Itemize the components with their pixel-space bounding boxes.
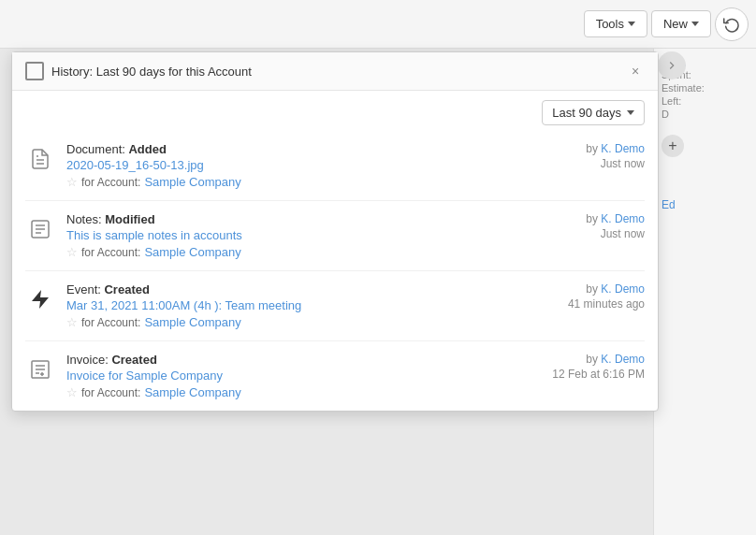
tools-label: Tools bbox=[596, 17, 624, 31]
notes-star-icon[interactable]: ☆ bbox=[66, 245, 78, 259]
document-link[interactable]: 2020-05-19_16-50-13.jpg bbox=[66, 158, 571, 172]
notes-time: Just now bbox=[586, 227, 645, 240]
filter-selected-value: Last 90 days bbox=[552, 106, 621, 120]
event-link[interactable]: Mar 31, 2021 11:00AM (4h ): Team meeting bbox=[66, 298, 553, 312]
notes-by-link[interactable]: K. Demo bbox=[601, 212, 645, 225]
modal-title-box-icon bbox=[25, 62, 44, 80]
event-title: Event: Created bbox=[66, 282, 553, 296]
event-account-link[interactable]: Sample Company bbox=[144, 315, 240, 329]
history-item-document: Document: Added 2020-05-19_16-50-13.jpg … bbox=[25, 131, 645, 201]
invoice-icon bbox=[25, 354, 55, 384]
document-star-icon[interactable]: ☆ bbox=[66, 175, 78, 189]
event-content: Event: Created Mar 31, 2021 11:00AM (4h … bbox=[66, 282, 553, 329]
item-left-invoice: Invoice: Created Invoice for Sample Comp… bbox=[25, 353, 537, 399]
invoice-by-link[interactable]: K. Demo bbox=[601, 353, 645, 366]
invoice-content: Invoice: Created Invoice for Sample Comp… bbox=[66, 353, 537, 399]
modal-title-text: History: Last 90 days for this Account bbox=[51, 65, 252, 79]
left-label: Left: bbox=[662, 95, 749, 107]
item-left-event: Event: Created Mar 31, 2021 11:00AM (4h … bbox=[25, 282, 553, 329]
new-button[interactable]: New bbox=[651, 10, 711, 37]
invoice-account-link[interactable]: Sample Company bbox=[144, 385, 240, 399]
filter-chevron-icon bbox=[627, 110, 634, 115]
notes-account: ☆ for Account: Sample Company bbox=[66, 245, 571, 259]
filter-row: Last 90 days bbox=[12, 91, 658, 131]
time-filter-dropdown[interactable]: Last 90 days bbox=[542, 100, 645, 125]
notes-title: Notes: Modified bbox=[66, 212, 571, 226]
history-item-invoice: Invoice: Created Invoice for Sample Comp… bbox=[25, 341, 645, 411]
notes-icon bbox=[25, 214, 55, 244]
notes-by: by K. Demo bbox=[586, 212, 645, 225]
document-content: Document: Added 2020-05-19_16-50-13.jpg … bbox=[66, 142, 571, 189]
document-by: by K. Demo bbox=[586, 142, 645, 155]
right-panel-edit-link[interactable]: Ed bbox=[662, 198, 749, 211]
document-account-link[interactable]: Sample Company bbox=[144, 175, 240, 189]
new-chevron-icon bbox=[691, 22, 699, 26]
event-star-icon[interactable]: ☆ bbox=[66, 315, 78, 329]
tools-button[interactable]: Tools bbox=[584, 10, 647, 37]
document-by-link[interactable]: K. Demo bbox=[601, 142, 645, 155]
invoice-time: 12 Feb at 6:16 PM bbox=[552, 368, 645, 381]
event-by: by K. Demo bbox=[568, 282, 645, 296]
event-action: Created bbox=[104, 282, 149, 296]
right-panel: A Spent: Estimate: Left: D + Ed bbox=[653, 49, 756, 535]
history-item-event: Event: Created Mar 31, 2021 11:00AM (4h … bbox=[25, 271, 645, 341]
modal-close-button[interactable]: × bbox=[626, 62, 645, 80]
modal-header: History: Last 90 days for this Account × bbox=[12, 52, 658, 91]
history-item-notes: Notes: Modified This is sample notes in … bbox=[25, 201, 645, 271]
invoice-account: ☆ for Account: Sample Company bbox=[66, 385, 537, 399]
document-account-label: for Account: bbox=[81, 176, 140, 189]
notes-content: Notes: Modified This is sample notes in … bbox=[66, 212, 571, 259]
invoice-by: by K. Demo bbox=[552, 353, 645, 366]
right-panel-add-button[interactable]: + bbox=[662, 135, 684, 157]
forward-arrow-icon bbox=[665, 59, 678, 72]
document-account: ☆ for Account: Sample Company bbox=[66, 175, 571, 189]
modal-title-container: History: Last 90 days for this Account bbox=[25, 62, 252, 80]
event-account-label: for Account: bbox=[81, 316, 140, 329]
document-title: Document: Added bbox=[66, 142, 571, 156]
notes-action: Modified bbox=[105, 212, 154, 226]
event-icon bbox=[25, 284, 55, 314]
close-icon: × bbox=[632, 64, 639, 79]
event-by-link[interactable]: K. Demo bbox=[601, 282, 645, 296]
event-meta: by K. Demo 41 minutes ago bbox=[568, 282, 645, 311]
notes-account-label: for Account: bbox=[81, 246, 140, 259]
notes-account-link[interactable]: Sample Company bbox=[144, 245, 240, 259]
notes-meta: by K. Demo Just now bbox=[586, 212, 645, 240]
invoice-account-label: for Account: bbox=[81, 386, 140, 399]
item-left-notes: Notes: Modified This is sample notes in … bbox=[25, 212, 571, 259]
d-label: D bbox=[662, 108, 749, 120]
item-left-document: Document: Added 2020-05-19_16-50-13.jpg … bbox=[25, 142, 571, 189]
event-account: ☆ for Account: Sample Company bbox=[66, 315, 553, 329]
document-time: Just now bbox=[586, 157, 645, 170]
estimated-label: Estimate: bbox=[662, 82, 749, 94]
invoice-link[interactable]: Invoice for Sample Company bbox=[66, 369, 537, 383]
notes-link[interactable]: This is sample notes in accounts bbox=[66, 228, 571, 242]
history-icon bbox=[723, 16, 740, 33]
history-list: Document: Added 2020-05-19_16-50-13.jpg … bbox=[12, 131, 658, 411]
event-time: 41 minutes ago bbox=[568, 297, 645, 311]
invoice-meta: by K. Demo 12 Feb at 6:16 PM bbox=[552, 353, 645, 381]
document-action: Added bbox=[128, 142, 166, 156]
invoice-star-icon[interactable]: ☆ bbox=[66, 385, 78, 399]
toolbar: Tools New bbox=[0, 0, 756, 49]
document-icon bbox=[25, 144, 55, 174]
tools-chevron-icon bbox=[628, 22, 635, 26]
history-modal: History: Last 90 days for this Account ×… bbox=[11, 51, 659, 412]
history-button[interactable] bbox=[715, 7, 749, 41]
invoice-action: Created bbox=[111, 353, 156, 367]
invoice-title: Invoice: Created bbox=[66, 353, 537, 367]
new-label: New bbox=[663, 17, 688, 31]
nav-forward-button[interactable] bbox=[658, 51, 686, 80]
document-meta: by K. Demo Just now bbox=[586, 142, 645, 170]
